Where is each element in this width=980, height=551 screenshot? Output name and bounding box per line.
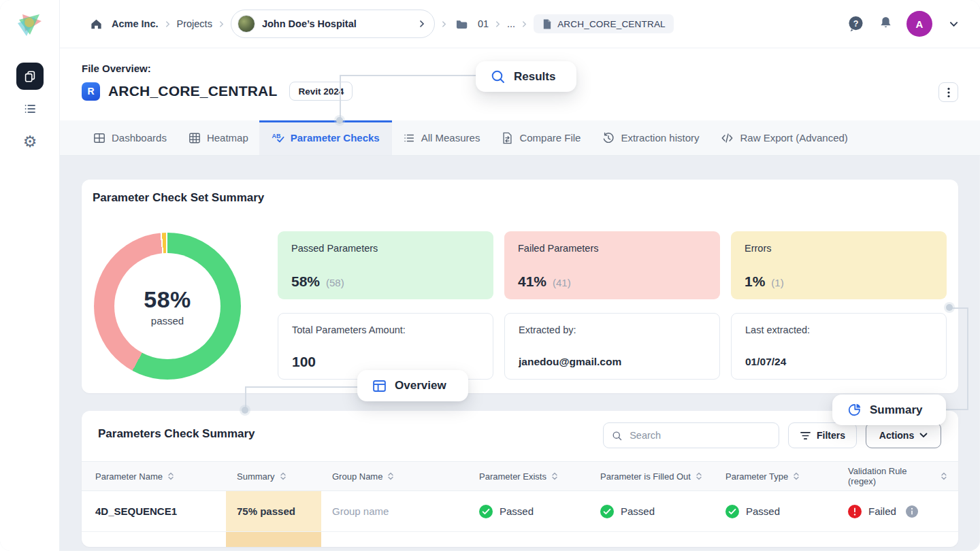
results-connector-line (340, 75, 476, 120)
search-results-icon (491, 69, 506, 84)
sidebar-item-files[interactable] (16, 63, 44, 90)
gear-icon: ⚙ (23, 134, 37, 150)
column-validation-rule[interactable]: Validation Rule (regex) (837, 462, 958, 490)
bell-icon[interactable] (877, 15, 894, 33)
errors-count: (1) (771, 277, 783, 288)
tab-bar: Dashboards Heatmap AB Parameter Checks A… (60, 120, 980, 156)
sidebar-item-checklist[interactable] (16, 95, 44, 122)
total-parameters-value: 100 (292, 354, 316, 370)
chevron-right-icon (219, 20, 224, 28)
column-group-name[interactable]: Group Name (321, 462, 468, 490)
sidebar-item-settings[interactable]: ⚙ (16, 128, 44, 155)
sort-icon (280, 472, 287, 480)
tab-raw-export[interactable]: Raw Export (Advanced) (710, 120, 858, 155)
search-input[interactable] (628, 429, 770, 441)
table-card-title: Parameters Check Summary (98, 427, 255, 441)
breadcrumb-folder[interactable]: 01 (478, 18, 489, 29)
donut-percent: 58% (144, 286, 191, 313)
breadcrumb-project-selector[interactable]: John Doe’s Hospital (231, 10, 435, 38)
results-callout[interactable]: Results (476, 61, 576, 92)
stat-passed-parameters: Passed Parameters 58%(58) (278, 231, 493, 299)
cell-validation-rule: Failed (837, 491, 958, 531)
overview-table-icon (372, 379, 387, 393)
search-icon (612, 430, 622, 441)
cell-parameter-type: Passed (715, 491, 837, 531)
sidebar: ⚙ (0, 0, 60, 551)
last-extracted-value: 01/07/24 (745, 356, 786, 368)
file-overview-label: File Overview: (82, 63, 151, 74)
chevron-right-icon (522, 20, 527, 28)
check-circle-icon (479, 505, 493, 518)
app-window: ⚙ Acme Inc. Projects John Doe’s Hospital… (0, 0, 980, 551)
check-circle-icon (725, 505, 739, 518)
breadcrumb-file-name: ARCH_CORE_CENTRAL (557, 19, 666, 29)
sort-icon (387, 472, 394, 480)
tab-extraction-history[interactable]: Extraction history (591, 120, 710, 155)
file-title: ARCH_CORE_CENTRAL (108, 83, 277, 99)
column-parameter-exists[interactable]: Parameter Exists (468, 462, 589, 490)
errors-percent: 1% (745, 273, 765, 290)
passed-donut-chart: 58% passed (94, 233, 241, 380)
column-parameter-name[interactable]: Parameter Name (82, 462, 226, 490)
table-header-row: Parameter Name Summary Group Name Parame… (82, 461, 958, 491)
spellcheck-icon: AB (272, 131, 284, 144)
filter-icon (800, 431, 811, 441)
stat-errors: Errors 1%(1) (731, 231, 947, 299)
breadcrumb-ellipsis[interactable]: ... (507, 18, 515, 29)
list-icon (23, 102, 37, 116)
breadcrumb-file[interactable]: ARCH_CORE_CENTRAL (534, 14, 674, 33)
topbar-actions: ? A (847, 11, 962, 37)
tab-parameter-checks[interactable]: AB Parameter Checks (259, 120, 392, 155)
tab-heatmap[interactable]: Heatmap (178, 120, 259, 155)
cell-summary: 75% passed (226, 491, 321, 531)
heatmap-icon (189, 132, 201, 144)
kebab-icon (947, 87, 950, 98)
help-icon[interactable]: ? (847, 15, 864, 33)
summary-callout[interactable]: Summary (832, 395, 946, 425)
parameter-check-set-summary-card: Parameter Check Set Summary 58% passed P… (82, 180, 958, 393)
user-avatar[interactable]: A (906, 11, 932, 37)
folder-icon (453, 15, 471, 33)
breadcrumb-project-name: John Doe’s Hospital (262, 18, 412, 29)
chevron-down-icon[interactable] (945, 15, 962, 33)
app-logo-icon[interactable] (14, 10, 44, 39)
filters-button[interactable]: Filters (788, 422, 857, 448)
file-menu-button[interactable] (938, 82, 958, 102)
actions-button[interactable]: Actions (866, 422, 941, 448)
topbar: Acme Inc. Projects John Doe’s Hospital 0… (60, 0, 980, 48)
summary-connector-dot (946, 304, 953, 311)
overview-callout[interactable]: Overview (357, 370, 468, 401)
column-summary[interactable]: Summary (226, 462, 321, 490)
project-thumbnail (238, 15, 255, 33)
breadcrumb-company[interactable]: Acme Inc. (112, 18, 159, 29)
sort-icon (793, 472, 800, 480)
table-search[interactable] (603, 422, 779, 448)
chevron-down-icon (919, 433, 928, 438)
info-last-extracted: Last extracted: 01/07/24 (731, 313, 947, 380)
cell-parameter-name: 4D_SEQUENCE1 (82, 491, 226, 531)
extracted-by-value: janedou@gmail.com (519, 356, 621, 368)
info-icon[interactable] (906, 505, 918, 518)
tab-dashboards[interactable]: Dashboards (82, 120, 178, 155)
svg-text:AB: AB (272, 133, 281, 139)
breadcrumb-projects[interactable]: Projects (177, 18, 212, 29)
summary-connector-line-2 (945, 409, 968, 410)
chevron-right-icon (165, 20, 170, 28)
dashboards-icon (93, 132, 105, 144)
column-parameter-type[interactable]: Parameter Type (715, 462, 837, 490)
cell-parameter-exists: Passed (468, 491, 589, 531)
stat-failed-parameters: Failed Parameters 41%(41) (504, 231, 720, 299)
column-parameter-filled[interactable]: Parameter is Filled Out (589, 462, 715, 490)
sort-icon (941, 472, 947, 480)
sort-icon (696, 472, 702, 480)
tab-all-measures[interactable]: All Measures (392, 120, 491, 155)
table-row-partial[interactable] (82, 532, 958, 547)
check-circle-icon (600, 505, 614, 518)
home-icon[interactable] (87, 15, 105, 33)
chevron-right-icon (419, 20, 425, 28)
tab-compare-file[interactable]: Compare File (491, 120, 591, 155)
donut-sublabel: passed (151, 315, 184, 327)
table-row[interactable]: 4D_SEQUENCE1 75% passed Group name Passe… (82, 491, 958, 532)
history-icon (602, 132, 615, 144)
compare-file-icon (502, 132, 513, 144)
